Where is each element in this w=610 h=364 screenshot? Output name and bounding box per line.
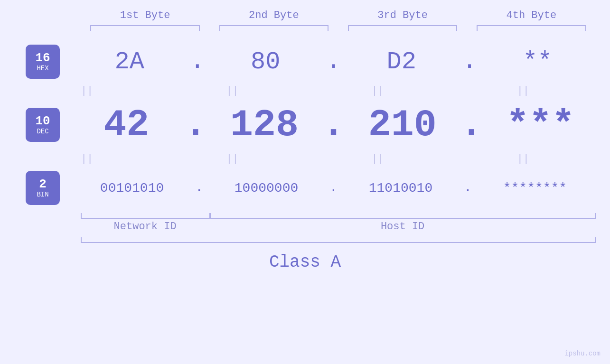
host-id-label: Host ID [209, 221, 596, 233]
hex-badge-label: HEX [37, 65, 48, 72]
bracket-2 [209, 25, 338, 31]
bin-value-1: 00101010 [100, 181, 164, 196]
eq-1-1: || [14, 85, 160, 97]
dec-badge-container: 10 DEC [14, 108, 71, 142]
dec-cell-4: *** [485, 103, 596, 147]
hex-cell-4: ** [479, 48, 596, 76]
hex-badge: 16 HEX [26, 45, 60, 79]
hex-dot-1: . [188, 49, 207, 74]
bracket-4 [467, 25, 596, 31]
hex-badge-container: 16 HEX [14, 45, 71, 79]
dec-badge-number: 10 [35, 114, 50, 128]
dec-cell-3: 210 [347, 103, 458, 147]
main-container: 1st Byte 2nd Byte 3rd Byte 4th Byte 16 H… [0, 0, 610, 364]
bottom-labels: Network ID Host ID [81, 221, 596, 233]
eq-2-2: || [160, 153, 305, 165]
hex-dot-2: . [324, 49, 343, 74]
byte-header-4: 4th Byte [467, 9, 596, 21]
bin-cell-2: 10000000 [206, 181, 327, 196]
bin-cell-1: 00101010 [71, 181, 193, 196]
equals-row-1: || || || || [14, 85, 596, 97]
hex-cell-1: 2A [71, 48, 188, 76]
dec-dot-3: . [458, 106, 485, 144]
dec-values-row: 42 . 128 . 210 . *** [71, 103, 596, 147]
eq-2-4: || [450, 153, 596, 165]
bin-row: 2 BIN 00101010 . 10000000 . 11010010 . *… [14, 167, 596, 209]
dec-cell-2: 128 [209, 103, 320, 147]
bin-cell-3: 11010010 [340, 181, 461, 196]
bin-values-row: 00101010 . 10000000 . 11010010 . *******… [71, 181, 596, 196]
hex-dot-3: . [460, 49, 479, 74]
hex-value-4: ** [523, 48, 552, 76]
byte-header-2: 2nd Byte [209, 9, 338, 21]
byte-headers-row: 1st Byte 2nd Byte 3rd Byte 4th Byte [81, 9, 596, 21]
full-bottom-bracket [81, 237, 596, 243]
eq-1-4: || [450, 85, 596, 97]
bin-value-3: 11010010 [369, 181, 432, 196]
hex-cell-3: D2 [343, 48, 460, 76]
bracket-line-2 [219, 25, 329, 31]
equals-row-2: || || || || [14, 153, 596, 165]
eq-2-3: || [305, 153, 450, 165]
dec-row: 10 DEC 42 . 128 . 210 . *** [14, 99, 596, 151]
bin-badge: 2 BIN [26, 171, 60, 205]
hex-value-1: 2A [114, 48, 144, 76]
byte-header-3: 3rd Byte [338, 9, 467, 21]
bin-dot-2: . [327, 181, 340, 195]
dec-value-1: 42 [103, 103, 149, 147]
eq-1-3: || [305, 85, 450, 97]
network-id-label: Network ID [81, 221, 209, 233]
bracket-3 [338, 25, 467, 31]
bottom-section: Network ID Host ID [81, 213, 596, 237]
dec-badge-label: DEC [37, 128, 48, 135]
hex-cell-2: 80 [207, 48, 324, 76]
bin-cell-4: ******** [474, 181, 596, 196]
dec-value-2: 128 [230, 103, 299, 147]
bin-badge-container: 2 BIN [14, 171, 71, 205]
hex-value-2: 80 [251, 48, 280, 76]
hex-values-row: 2A . 80 . D2 . ** [71, 48, 596, 76]
bracket-line-4 [477, 25, 586, 31]
dec-value-3: 210 [368, 103, 437, 147]
hex-row: 16 HEX 2A . 80 . D2 . ** [14, 40, 596, 83]
dec-value-4: *** [507, 103, 575, 147]
top-brackets [81, 25, 596, 31]
eq-1-2: || [160, 85, 305, 97]
byte-header-1: 1st Byte [81, 9, 209, 21]
class-label: Class A [14, 252, 596, 272]
watermark: ipshu.com [564, 350, 601, 357]
bin-badge-number: 2 [39, 177, 47, 191]
network-bracket [81, 213, 210, 219]
dec-dot-1: . [182, 106, 209, 144]
bracket-line-3 [348, 25, 458, 31]
dec-dot-2: . [319, 106, 347, 144]
bin-value-4: ******** [503, 181, 567, 196]
bottom-brackets [81, 213, 596, 219]
hex-badge-number: 16 [35, 51, 50, 65]
bin-badge-label: BIN [37, 191, 48, 198]
hex-value-3: D2 [387, 48, 416, 76]
dec-badge: 10 DEC [26, 108, 60, 142]
eq-2-1: || [14, 153, 160, 165]
host-bracket [210, 213, 596, 219]
bin-dot-3: . [461, 181, 474, 195]
bin-dot-1: . [193, 181, 206, 195]
bracket-line-1 [90, 25, 200, 31]
bracket-1 [81, 25, 209, 31]
dec-cell-1: 42 [71, 103, 182, 147]
bin-value-2: 10000000 [235, 181, 298, 196]
